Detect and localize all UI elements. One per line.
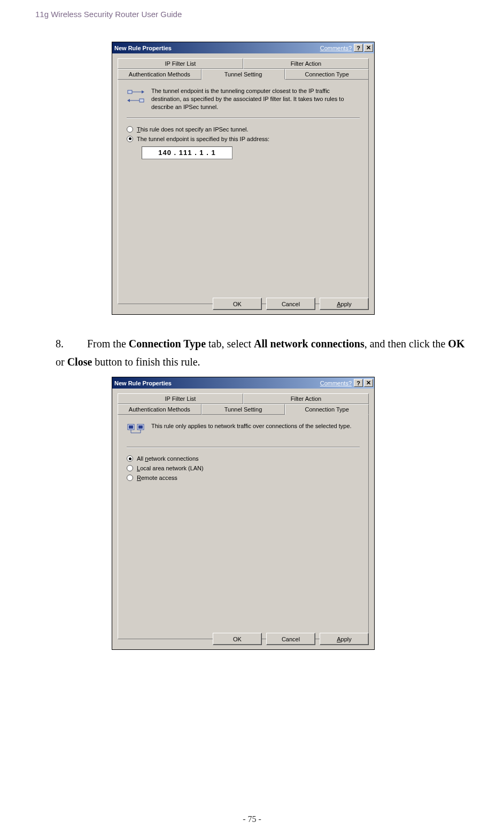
svg-marker-5 [127,99,130,102]
radio-all-network[interactable]: All network connections [127,455,360,462]
radio-label: The tunnel endpoint is specified by this… [137,136,269,142]
dialog-connection-type: New Rule Properties Comments? ? ✕ IP Fil… [112,377,375,650]
tab-connection-type[interactable]: Connection Type [285,69,369,80]
radio-icon [127,126,133,133]
tab-authentication-methods[interactable]: Authentication Methods [118,69,201,80]
tunnel-icon [127,87,145,105]
dialog-title: New Rule Properties [114,45,172,51]
tab-label: Filter Action [291,60,321,67]
step-8: 8. From the Connection Type tab, select … [56,335,476,371]
comments-link[interactable]: Comments? [320,45,352,51]
svg-rect-8 [129,425,133,429]
radio-icon [127,455,133,462]
tab-ip-filter-list[interactable]: IP Filter List [118,58,243,69]
button-label: Apply [337,636,352,642]
radio-icon [127,475,133,481]
button-label: Apply [337,301,352,307]
divider [127,447,360,448]
svg-rect-1 [139,99,144,102]
tab-filter-action[interactable]: Filter Action [243,393,369,404]
ok-button[interactable]: OK [213,633,262,645]
tab-label: Connection Type [305,71,348,77]
help-button[interactable]: ? [354,379,363,387]
ok-button[interactable]: OK [213,298,262,310]
apply-button[interactable]: Apply [320,298,369,310]
apply-button[interactable]: Apply [320,633,369,645]
ip-address-input[interactable]: 140 . 111 . 1 . 1 [142,146,232,159]
tab-label: IP Filter List [165,60,196,67]
tunnel-panel: The tunnel endpoint is the tunneling com… [118,80,369,304]
titlebar: New Rule Properties Comments? ? ✕ [112,42,374,53]
radio-lan[interactable]: Local area network (LAN) [127,465,360,471]
tab-label: Tunnel Setting [224,406,262,413]
cancel-button[interactable]: Cancel [266,298,315,310]
close-button[interactable]: ✕ [364,44,373,52]
step-text: From the Connection Type tab, select All… [56,338,464,368]
connection-description: This rule only applies to network traffi… [151,422,352,440]
radio-no-tunnel[interactable]: This rule does not specify an IPSec tunn… [127,126,360,133]
page-header: 11g Wireless Security Router User Guide [35,10,182,19]
dialog-tunnel-setting: New Rule Properties Comments? ? ✕ IP Fil… [112,42,375,315]
step-number: 8. [56,335,84,353]
radio-icon [127,465,133,471]
tab-tunnel-setting[interactable]: Tunnel Setting [201,404,285,415]
radio-tunnel-ip[interactable]: The tunnel endpoint is specified by this… [127,136,360,142]
radio-icon [127,136,133,142]
tab-label: Filter Action [291,395,321,402]
tab-label: IP Filter List [165,395,196,402]
tab-tunnel-setting[interactable]: Tunnel Setting [201,69,285,80]
tab-authentication-methods[interactable]: Authentication Methods [118,404,201,415]
tab-ip-filter-list[interactable]: IP Filter List [118,393,243,404]
radio-label: This rule does not specify an IPSec tunn… [137,126,249,133]
button-label: Cancel [282,301,300,307]
tab-filter-action[interactable]: Filter Action [243,58,369,69]
tab-label: Connection Type [305,406,348,413]
connection-type-panel: This rule only applies to network traffi… [118,415,369,639]
titlebar: New Rule Properties Comments? ? ✕ [112,377,374,389]
close-button[interactable]: ✕ [364,379,373,387]
svg-rect-9 [138,425,143,429]
radio-label: All network connections [137,455,199,462]
button-label: OK [233,636,242,642]
button-label: OK [233,301,242,307]
tab-label: Tunnel Setting [224,71,262,77]
radio-label: Remote access [137,475,177,481]
dialog-title: New Rule Properties [114,380,172,386]
divider [127,118,360,119]
cancel-button[interactable]: Cancel [266,633,315,645]
button-label: Cancel [282,636,300,642]
svg-marker-4 [142,90,144,94]
tunnel-description: The tunnel endpoint is the tunneling com… [151,87,360,111]
network-icon [127,422,145,440]
tab-connection-type[interactable]: Connection Type [285,404,369,415]
radio-label: Local area network (LAN) [137,465,204,471]
tab-label: Authentication Methods [129,406,190,413]
svg-rect-0 [128,90,132,94]
page-number: - 75 - [0,814,504,824]
comments-link[interactable]: Comments? [320,380,352,386]
radio-remote-access[interactable]: Remote access [127,475,360,481]
tab-label: Authentication Methods [129,71,190,77]
help-button[interactable]: ? [354,44,363,52]
